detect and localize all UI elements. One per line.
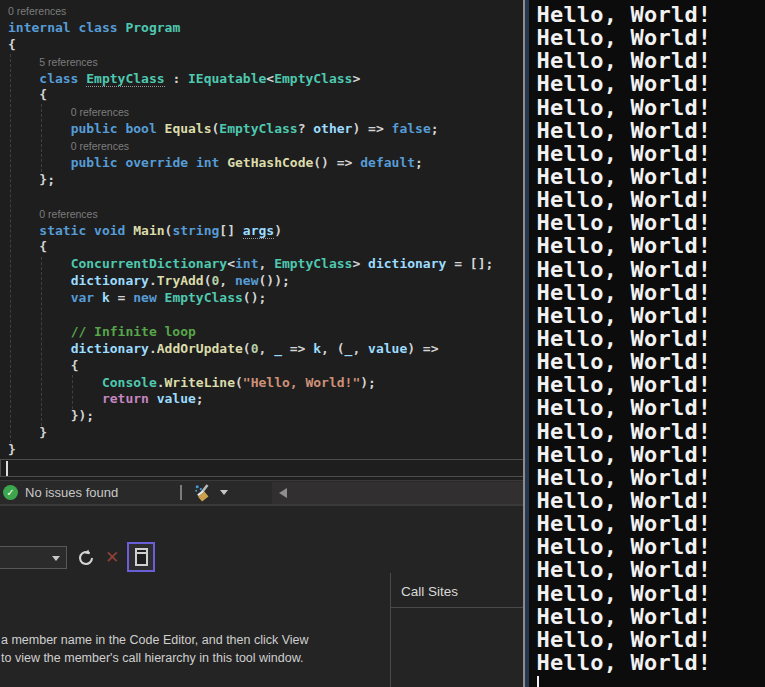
console-line[interactable]: Hello, World!: [537, 72, 765, 95]
code-line[interactable]: [0, 189, 523, 206]
toggle-detail-pane-button[interactable]: [127, 542, 155, 572]
console-line[interactable]: Hello, World!: [537, 535, 765, 558]
console-line[interactable]: Hello, World!: [537, 3, 765, 26]
code-line[interactable]: return value;: [0, 391, 523, 408]
code-line[interactable]: });: [0, 408, 523, 425]
code-line[interactable]: };: [0, 172, 523, 189]
code-token: }: [39, 425, 47, 440]
scroll-left-button[interactable]: [272, 482, 294, 504]
code-token: ,: [219, 273, 235, 288]
code-line[interactable]: }: [0, 425, 523, 442]
code-line[interactable]: dictionary.AddOrUpdate(0, _ => k, (_, va…: [0, 341, 523, 358]
call-hierarchy-panel: ✕ Call Sites a member name in the Code E…: [0, 504, 523, 687]
console-line[interactable]: Hello, World!: [537, 558, 765, 581]
code-token: >: [352, 256, 368, 271]
editor-caret: [6, 461, 8, 476]
console-line[interactable]: Hello, World!: [537, 466, 765, 489]
code-token: <: [266, 71, 274, 86]
code-line[interactable]: public bool Equals(EmptyClass? other) =>…: [0, 121, 523, 138]
code-line[interactable]: {: [0, 37, 523, 54]
console-line[interactable]: Hello, World!: [537, 489, 765, 512]
codelens-line[interactable]: 0 references: [0, 104, 523, 121]
code-token: IEquatable: [188, 71, 266, 86]
console-line[interactable]: Hello, World!: [537, 443, 765, 466]
horizontal-scrollbar[interactable]: [272, 482, 523, 504]
code-line[interactable]: [0, 307, 523, 324]
code-token: [8, 391, 102, 406]
console-line[interactable]: Hello, World!: [537, 373, 765, 396]
code-token: ConcurrentDictionary: [71, 256, 228, 271]
console-line[interactable]: Hello, World!: [537, 49, 765, 72]
console-line[interactable]: Hello, World!: [537, 327, 765, 350]
code-token: public: [71, 121, 118, 136]
code-token: TryAdd: [157, 273, 204, 288]
code-token: new: [133, 290, 156, 305]
console-line[interactable]: Hello, World!: [537, 142, 765, 165]
console-line[interactable]: Hello, World!: [537, 258, 765, 281]
code-line[interactable]: class EmptyClass : IEquatable<EmptyClass…: [0, 71, 523, 88]
console-line[interactable]: Hello, World!: [537, 96, 765, 119]
code-token: args: [243, 223, 274, 239]
code-lines[interactable]: 0 referencesinternal class Program{5 ref…: [0, 3, 523, 476]
code-line[interactable]: var k = new EmptyClass();: [0, 290, 523, 307]
delete-node-button[interactable]: ✕: [102, 546, 122, 568]
console-line[interactable]: Hello, World!: [537, 188, 765, 211]
console-line[interactable]: Hello, World!: [537, 396, 765, 419]
code-token: []: [219, 223, 242, 238]
code-token: EmptyClass: [274, 256, 352, 271]
console-line[interactable]: Hello, World!: [537, 304, 765, 327]
console-line[interactable]: Hello, World!: [537, 234, 765, 257]
code-line[interactable]: ConcurrentDictionary<int, EmptyClass> di…: [0, 256, 523, 273]
call-sites-separator: [390, 607, 523, 608]
codelens-line[interactable]: 0 references: [0, 3, 523, 20]
code-line[interactable]: // Infinite loop: [0, 324, 523, 341]
code-line[interactable]: }: [0, 442, 523, 459]
refresh-button[interactable]: [76, 548, 96, 568]
chevron-down-icon[interactable]: [220, 490, 228, 495]
call-hierarchy-combobox[interactable]: [0, 546, 67, 569]
code-token: override: [125, 155, 188, 170]
code-token: {: [39, 87, 47, 102]
console-line[interactable]: Hello, World!: [537, 651, 765, 674]
health-check-icon[interactable]: ✓: [3, 485, 18, 500]
code-token: AddOrUpdate: [157, 341, 243, 356]
codelens-line[interactable]: 0 references: [0, 206, 523, 223]
console-line[interactable]: Hello, World!: [537, 420, 765, 443]
code-token: [8, 256, 71, 271]
code-line[interactable]: {: [0, 87, 523, 104]
console-line[interactable]: Hello, World!: [537, 26, 765, 49]
code-token: () =>: [313, 155, 360, 170]
console-line[interactable]: Hello, World!: [537, 582, 765, 605]
console-line[interactable]: Hello, World!: [537, 211, 765, 234]
code-line[interactable]: {: [0, 239, 523, 256]
console-line[interactable]: Hello, World!: [537, 165, 765, 188]
code-token: [219, 155, 227, 170]
code-token: = [];: [446, 256, 493, 271]
code-token: [8, 155, 71, 170]
code-line[interactable]: {: [0, 358, 523, 375]
pane-divider[interactable]: [390, 573, 391, 687]
code-cleanup-button[interactable]: [194, 484, 228, 502]
console-line[interactable]: Hello, World!: [537, 512, 765, 535]
console-line[interactable]: Hello, World!: [537, 281, 765, 304]
code-line[interactable]: internal class Program: [0, 20, 523, 37]
console-line[interactable]: Hello, World!: [537, 628, 765, 651]
console-caret: [537, 676, 540, 687]
code-line[interactable]: Console.WriteLine("Hello, World!");: [0, 375, 523, 392]
code-line[interactable]: dictionary.TryAdd(0, new());: [0, 273, 523, 290]
code-line[interactable]: [0, 459, 523, 476]
console-output[interactable]: Hello, World!Hello, World!Hello, World!H…: [529, 0, 765, 687]
code-token: class: [78, 20, 117, 35]
codelens-line[interactable]: 5 references: [0, 54, 523, 71]
code-line[interactable]: static void Main(string[] args): [0, 223, 523, 240]
console-line[interactable]: Hello, World!: [537, 350, 765, 373]
code-editor-pane[interactable]: 0 referencesinternal class Program{5 ref…: [0, 0, 523, 480]
instruction-text-line2: to view the member's call hierarchy in t…: [1, 651, 304, 665]
codelens-line[interactable]: 0 references: [0, 138, 523, 155]
code-token: value: [157, 391, 196, 406]
code-token: (: [204, 273, 212, 288]
code-line[interactable]: public override int GetHashCode() => def…: [0, 155, 523, 172]
instruction-text-line1: a member name in the Code Editor, and th…: [1, 633, 309, 647]
console-line[interactable]: Hello, World!: [537, 119, 765, 142]
console-line[interactable]: Hello, World!: [537, 605, 765, 628]
